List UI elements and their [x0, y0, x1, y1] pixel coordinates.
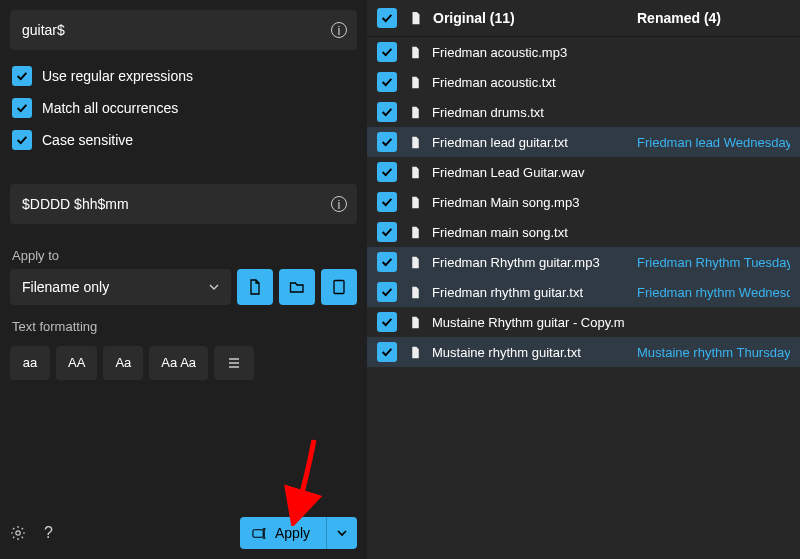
fmt-wordcase-button[interactable]: Aa Aa	[149, 346, 208, 380]
table-row[interactable]: Friedman acoustic.txt	[367, 67, 800, 97]
text-formatting-label: Text formatting	[12, 319, 357, 334]
file-icon	[409, 286, 422, 299]
file-original-name: Friedman acoustic.txt	[432, 75, 556, 90]
checkbox-checked-icon	[12, 130, 32, 150]
check-case[interactable]: Case sensitive	[10, 124, 357, 156]
file-renamed-name: Friedman lead Wednesday 1	[637, 135, 790, 150]
apply-to-select[interactable]: Filename only	[10, 269, 231, 305]
fmt-titlecase-button[interactable]: Aa	[103, 346, 143, 380]
row-checkbox[interactable]	[377, 72, 397, 92]
check-regex-label: Use regular expressions	[42, 68, 193, 84]
file-original-name: Friedman Lead Guitar.wav	[432, 165, 584, 180]
svg-rect-0	[334, 281, 344, 294]
check-match-all-label: Match all occurrences	[42, 100, 178, 116]
row-checkbox[interactable]	[377, 132, 397, 152]
table-row[interactable]: Friedman Lead Guitar.wav	[367, 157, 800, 187]
file-original-name: Friedman rhythm guitar.txt	[432, 285, 583, 300]
rename-icon	[252, 526, 267, 541]
search-input-wrap: i	[10, 10, 357, 50]
file-icon	[409, 316, 422, 329]
folder-scope-button[interactable]	[279, 269, 315, 305]
help-button[interactable]: ?	[44, 524, 53, 542]
row-checkbox[interactable]	[377, 42, 397, 62]
row-checkbox[interactable]	[377, 312, 397, 332]
file-original-name: Mustaine Rhythm guitar - Copy.mp3	[432, 315, 625, 330]
row-checkbox[interactable]	[377, 222, 397, 242]
col-renamed-header[interactable]: Renamed (4)	[637, 10, 790, 26]
folder-icon	[289, 279, 305, 295]
file-renamed-name: Mustaine rhythm Thursday	[637, 345, 790, 360]
file-original-name: Friedman drums.txt	[432, 105, 544, 120]
apply-to-label: Apply to	[12, 248, 357, 263]
col-original-header[interactable]: Original (11)	[433, 10, 515, 26]
table-row[interactable]: Mustaine rhythm guitar.txtMustaine rhyth…	[367, 337, 800, 367]
apply-label: Apply	[275, 525, 310, 541]
svg-rect-2	[253, 529, 263, 537]
annotation-arrow	[284, 436, 344, 526]
row-checkbox[interactable]	[377, 192, 397, 212]
row-checkbox[interactable]	[377, 162, 397, 182]
file-scope-button[interactable]	[237, 269, 273, 305]
file-icon	[409, 46, 422, 59]
checkbox-checked-icon	[12, 98, 32, 118]
bottom-bar: ? Apply	[10, 517, 357, 549]
checkbox-checked-icon	[12, 66, 32, 86]
table-row[interactable]: Friedman drums.txt	[367, 97, 800, 127]
file-icon	[409, 76, 422, 89]
file-icon	[409, 226, 422, 239]
left-panel: i Use regular expressions Match all occu…	[0, 0, 367, 559]
table-row[interactable]: Friedman Main song.mp3	[367, 187, 800, 217]
chevron-down-icon	[337, 528, 347, 538]
info-icon[interactable]: i	[331, 22, 347, 38]
chevron-down-icon	[209, 282, 219, 292]
replace-input-wrap: i	[10, 184, 357, 224]
file-list-header: Original (11) Renamed (4)	[367, 0, 800, 37]
subfolder-scope-button[interactable]	[321, 269, 357, 305]
select-all-checkbox[interactable]	[377, 8, 397, 28]
file-original-name: Friedman lead guitar.txt	[432, 135, 568, 150]
table-row[interactable]: Friedman rhythm guitar.txtFriedman rhyth…	[367, 277, 800, 307]
file-original-name: Friedman main song.txt	[432, 225, 568, 240]
file-icon	[409, 346, 422, 359]
table-row[interactable]: Mustaine Rhythm guitar - Copy.mp3	[367, 307, 800, 337]
row-checkbox[interactable]	[377, 252, 397, 272]
check-case-label: Case sensitive	[42, 132, 133, 148]
row-checkbox[interactable]	[377, 342, 397, 362]
check-match-all[interactable]: Match all occurrences	[10, 92, 357, 124]
table-row[interactable]: Friedman main song.txt	[367, 217, 800, 247]
apply-dropdown-button[interactable]	[326, 517, 357, 549]
table-row[interactable]: Friedman Rhythm guitar.mp3Friedman Rhyth…	[367, 247, 800, 277]
gear-icon[interactable]	[10, 525, 26, 541]
file-original-name: Friedman acoustic.mp3	[432, 45, 567, 60]
fmt-lowercase-button[interactable]: aa	[10, 346, 50, 380]
file-icon	[409, 106, 422, 119]
search-input[interactable]	[10, 10, 357, 50]
replace-input[interactable]	[10, 184, 357, 224]
file-original-name: Friedman Rhythm guitar.mp3	[432, 255, 600, 270]
fmt-more-button[interactable]	[214, 346, 254, 380]
row-checkbox[interactable]	[377, 102, 397, 122]
list-icon	[226, 355, 242, 371]
fmt-uppercase-button[interactable]: AA	[56, 346, 97, 380]
table-row[interactable]: Friedman lead guitar.txtFriedman lead We…	[367, 127, 800, 157]
check-regex[interactable]: Use regular expressions	[10, 60, 357, 92]
file-list: Friedman acoustic.mp3Friedman acoustic.t…	[367, 37, 800, 367]
file-original-name: Mustaine rhythm guitar.txt	[432, 345, 581, 360]
file-renamed-name: Friedman Rhythm Tuesday	[637, 255, 790, 270]
svg-point-1	[16, 531, 20, 535]
file-renamed-name: Friedman rhythm Wednesda	[637, 285, 790, 300]
file-icon	[409, 136, 422, 149]
file-icon	[409, 256, 422, 269]
table-row[interactable]: Friedman acoustic.mp3	[367, 37, 800, 67]
file-icon	[409, 11, 423, 25]
file-icon	[409, 166, 422, 179]
file-original-name: Friedman Main song.mp3	[432, 195, 579, 210]
file-outline-icon	[331, 279, 347, 295]
right-panel: Original (11) Renamed (4) Friedman acous…	[367, 0, 800, 559]
row-checkbox[interactable]	[377, 282, 397, 302]
info-icon[interactable]: i	[331, 196, 347, 212]
file-icon	[409, 196, 422, 209]
apply-button[interactable]: Apply	[240, 517, 326, 549]
file-icon	[247, 279, 263, 295]
apply-to-value: Filename only	[22, 279, 109, 295]
